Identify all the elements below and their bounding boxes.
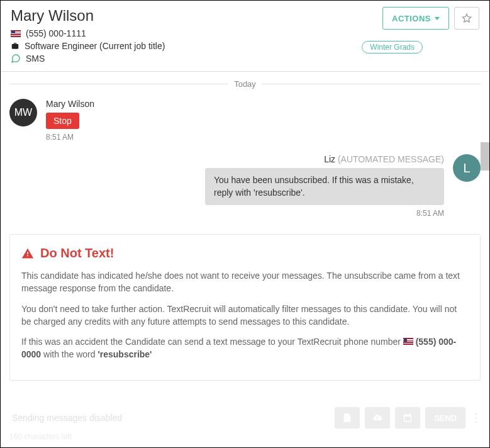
do-not-text-panel: Do Not Text! This candidate has indicate… (9, 234, 481, 381)
warning-text-3: If this was an accident the Candidate ca… (21, 335, 469, 361)
calendar-button[interactable] (395, 407, 420, 428)
avatar: MW (9, 99, 37, 126)
outgoing-message: Liz (AUTOMATED MESSAGE) You have been un… (9, 154, 481, 218)
actions-button[interactable]: ACTIONS (382, 7, 449, 30)
incoming-message: MW Mary Wilson Stop 8:51 AM (9, 99, 481, 142)
channel-label: SMS (26, 53, 45, 64)
sms-row: SMS (11, 53, 335, 64)
calendar-icon (403, 413, 413, 423)
flag-us-icon (11, 30, 21, 37)
message-time: 8:51 AM (416, 209, 444, 218)
candidate-name: Mary Wilson (11, 7, 335, 25)
warning-text-1: This candidate has indicated he/she does… (21, 269, 469, 295)
flag-us-icon (403, 338, 413, 345)
template-button[interactable] (335, 407, 360, 428)
send-button[interactable]: SEND (425, 407, 465, 428)
phone-row: (555) 000-1111 (11, 28, 335, 38)
avatar: L (453, 154, 481, 182)
more-button[interactable]: ⋮ (471, 411, 481, 425)
favorite-button[interactable] (454, 7, 479, 30)
date-divider: Today (9, 79, 481, 89)
briefcase-icon (11, 42, 19, 50)
tag-pill[interactable]: Winter Grads (362, 41, 423, 53)
sms-icon (11, 53, 21, 64)
candidate-header: Mary Wilson (555) 000-1111 Software Engi… (1, 1, 489, 72)
char-counter: 160 characters left (9, 432, 481, 441)
conversation-area: Today MW Mary Wilson Stop 8:51 AM Liz (A… (1, 72, 489, 229)
job-row: Software Engineer (Current job title) (11, 41, 335, 51)
message-text-stop: Stop (46, 113, 79, 129)
message-composer: Sending messages disabled SEND ⋮ 160 cha… (1, 402, 489, 447)
message-input[interactable]: Sending messages disabled (9, 408, 330, 428)
message-bubble: You have been unsubscribed. If this was … (205, 168, 444, 205)
message-time: 8:51 AM (46, 133, 94, 142)
warning-icon (21, 247, 34, 260)
cloud-upload-icon (372, 413, 382, 423)
star-icon (462, 13, 472, 23)
candidate-phone: (555) 000-1111 (26, 28, 86, 38)
chevron-down-icon (435, 17, 440, 20)
svg-marker-0 (462, 14, 471, 22)
sender-out: Liz (AUTOMATED MESSAGE) (324, 154, 444, 164)
sender-name: Mary Wilson (46, 99, 94, 109)
upload-button[interactable] (365, 407, 390, 428)
candidate-job: Software Engineer (Current job title) (25, 41, 165, 51)
warning-title: Do Not Text! (21, 246, 469, 260)
warning-text-2: You don't need to take further action. T… (21, 303, 469, 328)
scrollbar[interactable] (481, 142, 489, 171)
file-icon (342, 413, 352, 423)
